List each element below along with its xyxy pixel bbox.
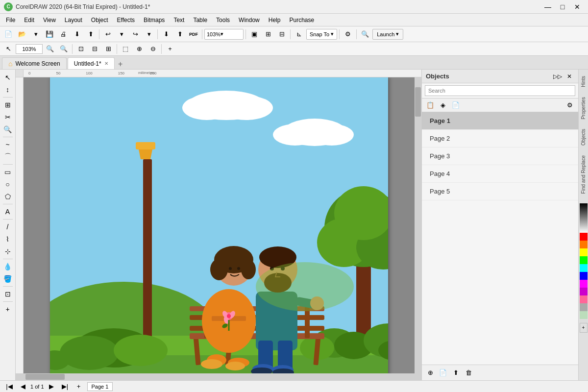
- zoom-out-button[interactable]: 🔍: [57, 43, 70, 55]
- zoom-fit-btn[interactable]: ⊟: [88, 43, 101, 55]
- launch-dropdown[interactable]: Launch▾: [372, 29, 403, 40]
- transform-tool[interactable]: ⊞: [1, 99, 14, 111]
- redo-button[interactable]: ↪: [129, 28, 142, 40]
- panel-pages-btn[interactable]: 📄: [450, 100, 461, 111]
- zoom-tool[interactable]: 🔍: [1, 123, 14, 135]
- color-orange[interactable]: [580, 241, 588, 248]
- side-tab-hints[interactable]: Hints: [579, 72, 588, 92]
- tab-document[interactable]: Untitled-1* ✕: [68, 57, 115, 69]
- add-tab-button[interactable]: +: [116, 59, 125, 69]
- redo-dropdown[interactable]: ▾: [143, 28, 155, 40]
- close-button[interactable]: ✕: [570, 2, 584, 12]
- side-tab-properties[interactable]: Properties: [579, 93, 588, 124]
- color-green[interactable]: [580, 256, 588, 264]
- canvas-content[interactable]: [24, 77, 415, 373]
- next-page-btn[interactable]: ▶: [45, 381, 58, 392]
- grid-btn[interactable]: ⊞: [262, 28, 274, 40]
- maximize-button[interactable]: □: [556, 2, 569, 12]
- undo-button[interactable]: ↩: [101, 28, 114, 40]
- polygon-tool[interactable]: ⬠: [1, 191, 14, 202]
- menu-object[interactable]: Object: [87, 16, 112, 24]
- menu-bitmaps[interactable]: Bitmaps: [140, 16, 169, 24]
- page-tab-1[interactable]: Page 1: [87, 382, 113, 391]
- color-pink[interactable]: [580, 295, 588, 303]
- scroll-track-v[interactable]: [415, 77, 421, 373]
- save-button[interactable]: 💾: [43, 28, 56, 40]
- menu-layout[interactable]: Layout: [61, 16, 86, 24]
- panel-move-up-btn[interactable]: ⬆: [450, 368, 461, 378]
- settings-button[interactable]: ⚙: [342, 28, 354, 40]
- menu-help[interactable]: Help: [265, 16, 285, 24]
- print-button[interactable]: 🖨: [57, 28, 70, 40]
- minimize-button[interactable]: —: [541, 2, 555, 12]
- menu-effects[interactable]: Effects: [113, 16, 139, 24]
- page-item-1[interactable]: Page 1: [422, 112, 578, 130]
- interactive-tool[interactable]: ⊡: [1, 288, 14, 300]
- panel-layers-btn[interactable]: 📋: [425, 100, 436, 111]
- color-red[interactable]: [580, 233, 588, 241]
- zoom-actual-btn[interactable]: ⊡: [74, 43, 87, 55]
- publish-button[interactable]: ⬆: [173, 28, 186, 40]
- add-page-btn[interactable]: +: [73, 381, 85, 392]
- parallel-tool[interactable]: /: [1, 221, 14, 233]
- tab-home[interactable]: ⌂ Welcome Screen: [2, 57, 67, 69]
- page-item-5[interactable]: Page 5: [422, 183, 578, 200]
- side-tab-objects[interactable]: Objects: [579, 124, 588, 150]
- search-btn[interactable]: 🔍: [359, 28, 371, 40]
- menu-file[interactable]: File: [2, 16, 19, 24]
- tab-close-btn[interactable]: ✕: [104, 61, 108, 66]
- menu-edit[interactable]: Edit: [20, 16, 38, 24]
- last-page-btn[interactable]: ▶|: [59, 381, 72, 392]
- color-gray[interactable]: [580, 303, 588, 311]
- menu-purchase[interactable]: Purchase: [285, 16, 318, 24]
- page-item-3[interactable]: Page 3: [422, 147, 578, 165]
- menu-text[interactable]: Text: [170, 16, 188, 24]
- import-button[interactable]: ⬇: [71, 28, 83, 40]
- panel-new-layer-btn[interactable]: 📄: [438, 368, 448, 378]
- menu-tools[interactable]: Tools: [212, 16, 234, 24]
- panel-close-btn[interactable]: ✕: [564, 72, 574, 81]
- rect-tool[interactable]: ▭: [1, 166, 14, 178]
- prev-page-btn[interactable]: ◀: [17, 381, 29, 392]
- text-tool[interactable]: A: [1, 206, 14, 218]
- curve-tool[interactable]: ~: [1, 139, 14, 150]
- add-zoom-btn[interactable]: +: [164, 43, 176, 55]
- ellipse-tool[interactable]: ○: [1, 178, 14, 190]
- pointer-tool[interactable]: ↖: [2, 43, 15, 55]
- page-item-4[interactable]: Page 4: [422, 165, 578, 183]
- new-button[interactable]: 📄: [2, 28, 15, 40]
- menu-window[interactable]: Window: [235, 16, 264, 24]
- pdf-button[interactable]: PDF: [187, 28, 200, 40]
- zoom-pan-btn[interactable]: ⊕: [133, 43, 146, 55]
- add-color-btn[interactable]: +: [580, 323, 588, 333]
- search-input[interactable]: [425, 85, 575, 96]
- color-cyan[interactable]: [580, 264, 588, 272]
- side-tab-find-replace[interactable]: Find and Replace: [579, 151, 588, 198]
- panel-expand-btn[interactable]: ▷▷: [553, 72, 563, 81]
- page-item-2[interactable]: Page 2: [422, 130, 578, 147]
- menu-table[interactable]: Table: [189, 16, 211, 24]
- smart-fill-tool[interactable]: ⌒: [1, 151, 14, 163]
- zoom-reset-btn[interactable]: ⊖: [147, 43, 159, 55]
- panel-settings-btn[interactable]: ⚙: [564, 100, 575, 111]
- crop-tool[interactable]: ✂: [1, 111, 14, 123]
- panel-delete-btn[interactable]: 🗑: [463, 368, 474, 378]
- color-blue[interactable]: [580, 272, 588, 280]
- snap-to-dropdown[interactable]: Snap To▾: [306, 29, 337, 40]
- color-purple[interactable]: [580, 288, 588, 295]
- snap-icon-btn[interactable]: ⊾: [293, 28, 305, 40]
- open-dropdown[interactable]: ▾: [29, 28, 42, 40]
- zoom-page-btn[interactable]: ⊞: [102, 43, 115, 55]
- connector-tool[interactable]: ⌇: [1, 233, 14, 245]
- color-yellow[interactable]: [580, 248, 588, 256]
- menu-view[interactable]: View: [39, 16, 60, 24]
- export-button[interactable]: ⬆: [84, 28, 97, 40]
- scroll-thumb-v[interactable]: [415, 87, 421, 117]
- undo-dropdown[interactable]: ▾: [115, 28, 128, 40]
- align-btn[interactable]: ⊟: [275, 28, 288, 40]
- zoom-in-button[interactable]: 🔍: [44, 43, 56, 55]
- open-button[interactable]: 📂: [16, 28, 28, 40]
- select-tool[interactable]: ↖: [1, 72, 14, 83]
- vertical-scrollbar[interactable]: [415, 77, 421, 373]
- eyedropper-tool[interactable]: 💧: [1, 261, 14, 272]
